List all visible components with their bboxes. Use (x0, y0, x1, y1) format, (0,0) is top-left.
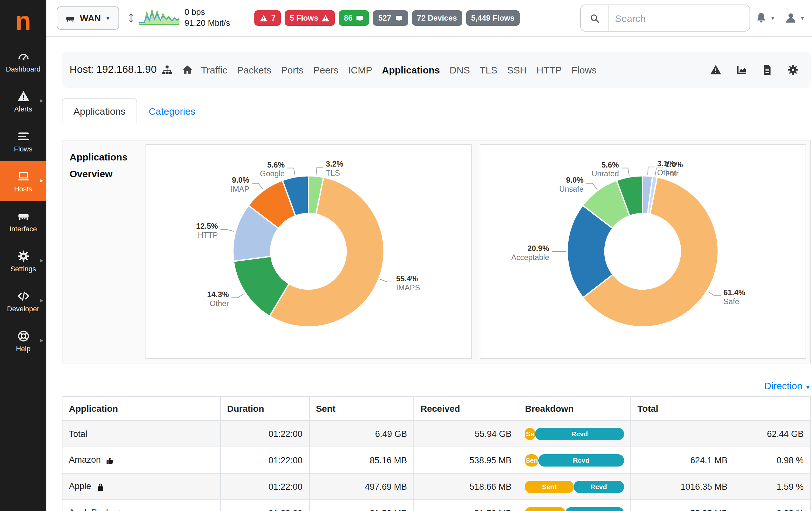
table-row-apple[interactable]: Apple01:22:00497.69 MB518.66 MBSentRcvd1… (62, 473, 810, 500)
status-badge[interactable]: 7 (255, 10, 281, 26)
pie-label-name: IMAPS (396, 283, 420, 292)
host-action-area-chart-icon[interactable] (735, 63, 748, 76)
rcvd-bar-segment: Rcvd (535, 428, 624, 440)
table-row-total[interactable]: Total01:22:006.49 GB55.94 GBSeRcvd62.44 … (62, 421, 810, 447)
bell-icon (755, 11, 767, 25)
pie-label-name: Other (210, 299, 229, 308)
host-nav-bar: Host: 192.168.1.90 TrafficPacketsPortsPe… (62, 52, 811, 88)
badge-text: 5,449 Flows (471, 14, 515, 23)
pie-label-pct: 3.2% (326, 160, 343, 168)
caret-down-icon: ▼ (800, 15, 805, 21)
cell-sent: 6.49 GB (309, 421, 414, 447)
cell-received: 31.76 MB (414, 500, 518, 511)
rcvd-bar-segment: Rcvd (538, 454, 624, 466)
overview-panel: Applications Overview 3.2%TLS55.4%IMAPS1… (62, 140, 811, 364)
host-nav-tls[interactable]: TLS (480, 64, 497, 75)
status-badge[interactable]: 72 Devices (412, 10, 462, 26)
notifications-menu[interactable]: ▼ (750, 11, 780, 25)
direction-dropdown[interactable]: Direction▼ (62, 380, 811, 391)
wan-label: WAN (80, 13, 101, 23)
laptop-icon (17, 169, 30, 183)
breakdown-bar: SeRcvd (525, 428, 624, 440)
sidebar-item-flows[interactable]: Flows (0, 121, 46, 161)
home-icon[interactable] (182, 63, 193, 76)
cell-duration: 01:22:00 (220, 500, 309, 511)
host-nav-peers[interactable]: Peers (313, 64, 338, 75)
sidebar-item-help[interactable]: Help▸ (0, 321, 46, 361)
host-nav-ssh[interactable]: SSH (507, 64, 527, 75)
throughput-up: 0 bps (184, 7, 230, 18)
cell-sent: 85.16 MB (309, 447, 414, 473)
cell-received: 538.95 MB (414, 447, 518, 473)
gear-icon (787, 63, 799, 76)
sidebar-item-interface[interactable]: Interface (0, 201, 46, 241)
sitemap-icon (162, 64, 173, 75)
host-action-gear-icon[interactable] (787, 63, 799, 76)
host-nav-icmp[interactable]: ICMP (348, 64, 372, 75)
host-nav-flows[interactable]: Flows (572, 64, 597, 75)
cell-total-pct: 62.44 GB (734, 421, 810, 447)
tab-categories[interactable]: Categories (137, 98, 207, 124)
pie-label-pct: 14.3% (207, 290, 229, 299)
pie-label-pct: 5.6% (602, 160, 619, 169)
wan-selector[interactable]: WAN ▼ (57, 6, 119, 30)
host-nav-http[interactable]: HTTP (536, 64, 561, 75)
host-nav-dns[interactable]: DNS (450, 64, 470, 75)
badge-text: 72 Devices (417, 14, 457, 23)
pie-label-name: Acceptable (511, 253, 549, 262)
search-input[interactable] (609, 12, 750, 24)
host-nav-ports[interactable]: Ports (281, 64, 303, 75)
badge-text: 527 (378, 14, 391, 23)
status-badge[interactable]: 5 Flows (285, 10, 335, 26)
person-icon (784, 11, 797, 25)
bridge-icon (65, 12, 75, 24)
sidebar-item-developer[interactable]: Developer▸ (0, 281, 46, 321)
status-badges: 75 Flows8652772 Devices5,449 Flows (255, 10, 520, 26)
pie-label-name: Unsafe (559, 185, 584, 193)
gauge-icon (17, 50, 30, 63)
sidebar-item-hosts[interactable]: Hosts▸ (0, 161, 46, 201)
sent-bar-segment: Sent (525, 507, 565, 511)
sidebar-item-label: Settings (10, 265, 36, 273)
tab-applications[interactable]: Applications (62, 98, 137, 124)
col-header-duration: Duration (220, 397, 309, 421)
host-action-file-icon[interactable] (761, 63, 773, 76)
cell-total: 624.1 MB (631, 447, 734, 473)
table-body: Total01:22:006.49 GB55.94 GBSeRcvd62.44 … (62, 421, 810, 511)
table-row-applepush[interactable]: ApplePush01:22:0021.59 MB31.76 MBSentRcv… (62, 500, 810, 511)
warning-icon (17, 89, 30, 103)
monitor-icon (395, 14, 403, 22)
table-row-amazon[interactable]: Amazon01:22:0085.16 MB538.95 MBSenRcvd62… (62, 447, 810, 473)
sidebar-item-alerts[interactable]: Alerts▸ (0, 81, 46, 121)
pie-label-pct: 5.6% (267, 160, 285, 169)
gear-icon (17, 249, 30, 263)
caret-down-icon: ▼ (805, 384, 811, 391)
app-logo[interactable]: n (0, 0, 46, 41)
lock-icon (96, 482, 105, 491)
host-action-warning-icon[interactable] (709, 63, 722, 76)
status-badge[interactable]: 86 (339, 10, 369, 26)
risk-donut-chart: 3.1%Other1.0%Fair61.4%Safe20.9%Acceptabl… (481, 145, 806, 358)
host-nav-packets[interactable]: Packets (237, 64, 271, 75)
sidebar-item-settings[interactable]: Settings▸ (0, 241, 46, 281)
bridge-icon (65, 13, 75, 24)
user-menu[interactable]: ▼ (780, 11, 809, 25)
sidebar-item-dashboard[interactable]: Dashboard (0, 41, 46, 81)
cell-total-pct: 1.59 % (734, 473, 810, 500)
code-icon (17, 289, 30, 303)
file-icon (761, 63, 773, 76)
updown-arrows-icon (125, 8, 136, 28)
cell-total-pct: 0.98 % (734, 447, 810, 473)
pie-label-pct: 61.4% (723, 288, 745, 297)
host-nav-traffic[interactable]: Traffic (201, 64, 227, 75)
status-badge[interactable]: 5,449 Flows (466, 10, 520, 26)
pie-label-name: Unrated (591, 169, 619, 178)
badge-text: 5 Flows (290, 14, 318, 23)
pie-label-pct: 1.0% (666, 160, 683, 169)
status-badge[interactable]: 527 (373, 10, 408, 26)
sidebar-item-label: Help (16, 345, 30, 352)
badge-text: 7 (271, 14, 276, 23)
cell-received: 55.94 GB (414, 421, 518, 447)
host-nav-applications[interactable]: Applications (382, 64, 440, 75)
traffic-sparkline (139, 5, 181, 31)
